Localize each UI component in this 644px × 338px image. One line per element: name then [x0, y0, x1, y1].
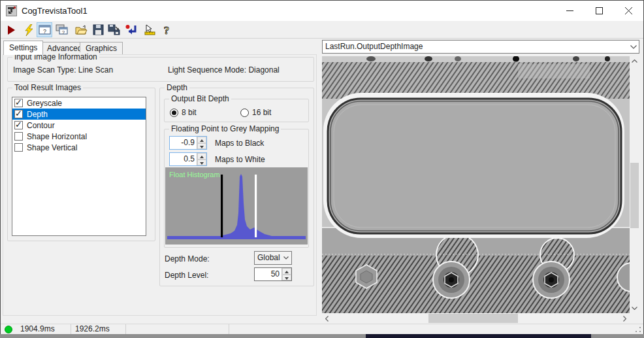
reset-button[interactable]: [123, 22, 138, 37]
spin-up-icon[interactable]: [282, 268, 291, 275]
depth-image-display[interactable]: [322, 56, 630, 313]
cursor-ruler-icon: [143, 24, 156, 35]
tool-result-images-group: Tool Result Images Greyscale Depth Conto…: [7, 88, 155, 241]
maps-to-white-label: Maps to White: [215, 155, 265, 164]
float-histogram-panel: Float Histogram: [165, 167, 308, 245]
scroll-up-icon[interactable]: [630, 56, 639, 66]
screw-feature: [433, 262, 470, 298]
chevron-down-icon: [628, 41, 639, 53]
save-image-button[interactable]: [106, 22, 121, 37]
spinner-buttons[interactable]: [197, 137, 206, 149]
app-window: CogTrevistaTool1 ?: [0, 0, 644, 334]
depth-level-label: Depth Level:: [165, 271, 208, 280]
scroll-left-icon[interactable]: [322, 313, 332, 324]
desktop-backdrop: [0, 334, 644, 338]
electrode-position-button[interactable]: [142, 22, 157, 37]
depth-level-spinner[interactable]: 50: [254, 267, 292, 281]
open-folder-icon: [75, 25, 88, 35]
result-display-icon: ?: [39, 25, 51, 35]
tool-result-images-list: Greyscale Depth Contour Shape Horizontal…: [12, 97, 146, 236]
reset-icon: [125, 24, 137, 35]
list-item-shape-vertical[interactable]: Shape Vertical: [12, 142, 146, 153]
run-icon: [5, 24, 17, 36]
horizontal-scrollbar[interactable]: [322, 313, 630, 324]
svg-text:?: ?: [42, 28, 46, 35]
save-as-icon: [108, 24, 120, 35]
spin-down-icon[interactable]: [197, 160, 206, 166]
light-sequence-mode-text: Light Sequence Mode: Diagonal: [168, 65, 280, 75]
scroll-right-icon[interactable]: [620, 313, 630, 324]
close-button[interactable]: [614, 1, 643, 21]
maps-to-black-spinner[interactable]: -0.9: [169, 136, 207, 150]
list-item-shape-horizontal[interactable]: Shape Horizontal: [12, 131, 146, 142]
resize-grip-icon[interactable]: [635, 326, 641, 333]
checkbox-checked[interactable]: [14, 121, 23, 129]
result-image-selector[interactable]: LastRun.OutputDepthImage: [322, 40, 639, 54]
title-bar: CogTrevistaTool1: [1, 1, 643, 21]
checkbox-checked[interactable]: [14, 110, 23, 118]
vertical-scrollbar[interactable]: [630, 56, 639, 313]
window-title: CogTrevistaTool1: [22, 6, 88, 16]
status-indicator: [5, 326, 12, 333]
timing-1: 1904.9ms: [16, 324, 71, 334]
group-title: Output Bit Depth: [169, 94, 231, 103]
maps-to-black-marker[interactable]: [221, 175, 223, 237]
result-display-toggle-button[interactable]: ?: [37, 22, 52, 37]
help-button[interactable]: ?: [159, 22, 174, 37]
list-item-greyscale[interactable]: Greyscale: [12, 97, 146, 109]
maps-to-black-label: Maps to Black: [215, 139, 264, 148]
list-item-depth[interactable]: Depth: [12, 109, 146, 120]
save-icon: [93, 24, 104, 35]
input-image-information-group: Input Image Information Image Scan Type:…: [7, 57, 314, 82]
radio-unselected[interactable]: [240, 109, 249, 117]
group-title: Floating Point to Grey Mapping: [169, 124, 281, 133]
svg-text:?: ?: [61, 29, 65, 35]
timing-2: 1926.2ms: [71, 324, 126, 334]
depth-mode-label: Depth Mode:: [165, 254, 210, 263]
group-title: Depth: [165, 83, 189, 92]
open-file-button[interactable]: [73, 22, 89, 37]
electrode-button[interactable]: [21, 22, 37, 37]
lightning-icon: [23, 24, 35, 36]
spin-up-icon[interactable]: [197, 153, 206, 160]
vertical-scroll-thumb[interactable]: [630, 163, 639, 228]
save-file-button[interactable]: [90, 22, 106, 37]
help-icon: ?: [161, 24, 172, 36]
checkbox-unchecked[interactable]: [14, 132, 23, 141]
output-depth-image: [322, 56, 630, 313]
minimize-button[interactable]: [555, 1, 585, 21]
spin-down-icon[interactable]: [282, 275, 291, 281]
status-bar: 1904.9ms 1926.2ms: [1, 324, 643, 334]
float-histogram-label: Float Histogram: [169, 171, 220, 178]
screw-feature: [533, 262, 570, 298]
output-bit-depth-group: Output Bit Depth 8 bit 16 bit: [164, 99, 309, 122]
checkbox-checked[interactable]: [14, 99, 23, 107]
scrollbar-corner: [630, 313, 639, 324]
floating-window-icon: ?: [56, 24, 68, 35]
spin-up-icon[interactable]: [197, 137, 206, 143]
radio-8bit[interactable]: 8 bit: [170, 108, 197, 117]
chevron-down-icon: [281, 252, 291, 264]
run-button[interactable]: [3, 22, 19, 37]
radio-selected[interactable]: [170, 109, 178, 117]
floating-result-display-button[interactable]: ?: [54, 22, 69, 37]
status-spacer: [126, 324, 229, 334]
svg-text:?: ?: [164, 24, 170, 36]
checkbox-unchecked[interactable]: [14, 143, 23, 152]
radio-16bit[interactable]: 16 bit: [240, 108, 271, 117]
spin-down-icon[interactable]: [197, 143, 206, 150]
horizontal-scroll-thumb[interactable]: [428, 314, 518, 323]
spinner-buttons[interactable]: [282, 268, 291, 280]
spinner-buttons[interactable]: [197, 153, 206, 165]
depth-mode-combobox[interactable]: Global: [254, 251, 292, 265]
maps-to-white-marker[interactable]: [255, 175, 257, 237]
scroll-down-icon[interactable]: [630, 303, 639, 313]
toolbar: ? ?: [1, 21, 643, 39]
maximize-button[interactable]: [585, 1, 614, 21]
list-item-contour[interactable]: Contour: [12, 120, 146, 131]
maps-to-white-spinner[interactable]: 0.5: [169, 152, 207, 166]
group-title: Tool Result Images: [12, 83, 83, 92]
tab-settings[interactable]: Settings: [3, 41, 43, 55]
image-scan-type-text: Image Scan Type: Line Scan: [13, 65, 113, 75]
app-icon: [6, 5, 17, 16]
